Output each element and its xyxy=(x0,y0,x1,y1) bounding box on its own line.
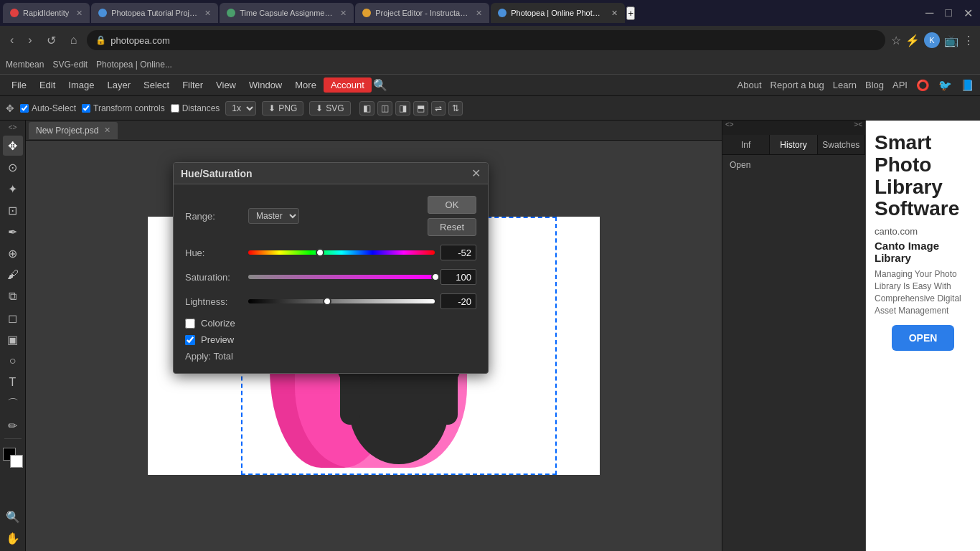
tool-eraser[interactable]: ◻ xyxy=(3,308,23,328)
svg-export-button[interactable]: ⬇ SVG xyxy=(309,101,350,116)
ad-open-button[interactable]: OPEN xyxy=(892,325,955,351)
close-window-button[interactable]: ✕ xyxy=(959,5,977,22)
zoom-select[interactable]: 1x xyxy=(225,101,256,116)
bookmark-button[interactable]: ☆ xyxy=(891,34,901,47)
tab-close-2[interactable]: ✕ xyxy=(204,9,211,18)
tool-hand[interactable]: ✋ xyxy=(3,528,23,548)
hue-slider-thumb[interactable] xyxy=(316,248,324,257)
tool-brush[interactable]: 🖌 xyxy=(3,265,23,285)
settings-button[interactable]: ⋮ xyxy=(963,34,974,47)
menu-view[interactable]: View xyxy=(210,77,242,93)
tool-select[interactable]: ✥ xyxy=(3,136,23,156)
lightness-value[interactable]: -20 xyxy=(440,293,476,309)
toolbar-distances[interactable]: Distances xyxy=(171,103,220,113)
distances-checkbox[interactable] xyxy=(171,104,179,113)
menu-about[interactable]: About xyxy=(738,80,762,90)
extensions-button[interactable]: ⚡ xyxy=(905,34,920,47)
align-top-button[interactable]: ⬒ xyxy=(413,101,428,116)
canvas-tab[interactable]: New Project.psd ✕ xyxy=(29,122,118,139)
tool-eyedropper[interactable]: ✒ xyxy=(3,222,23,242)
hue-slider-container[interactable] xyxy=(248,248,435,258)
range-select[interactable]: Master xyxy=(248,208,299,224)
tab-close-5[interactable]: ✕ xyxy=(611,9,618,18)
preview-checkbox[interactable] xyxy=(185,335,195,345)
lightness-slider-track[interactable] xyxy=(248,299,435,303)
menu-file[interactable]: File xyxy=(6,77,32,93)
right-collapse-left[interactable]: <> xyxy=(725,121,734,135)
lightness-slider-container[interactable] xyxy=(248,296,435,306)
browser-tab-4[interactable]: Project Editor - Instructables ✕ xyxy=(355,3,489,23)
account-avatar[interactable]: K xyxy=(924,32,940,48)
menu-report-bug[interactable]: Report a bug xyxy=(771,80,824,90)
minimize-button[interactable]: ─ xyxy=(921,5,938,22)
history-item-open[interactable]: Open xyxy=(725,158,862,172)
browser-tab-5[interactable]: Photopea | Online Photo Editor ✕ xyxy=(491,3,625,23)
menu-select[interactable]: Select xyxy=(138,77,175,93)
hue-value[interactable]: -52 xyxy=(440,245,476,260)
flip-vertical-button[interactable]: ⇅ xyxy=(448,101,463,116)
cast-button[interactable]: 📺 xyxy=(944,34,958,47)
auto-select-checkbox[interactable] xyxy=(20,104,29,113)
transform-controls-checkbox[interactable] xyxy=(82,104,90,113)
browser-tab-3[interactable]: Time Capsule Assignment - Go... ✕ xyxy=(220,3,354,23)
align-right-button[interactable]: ◨ xyxy=(395,101,410,116)
maximize-button[interactable]: □ xyxy=(941,5,956,22)
ok-button[interactable]: OK xyxy=(428,196,476,214)
saturation-value[interactable]: 100 xyxy=(440,269,476,285)
facebook-icon[interactable]: 📘 xyxy=(961,79,974,92)
tab-swatches[interactable]: Swatches xyxy=(818,135,865,154)
menu-image[interactable]: Image xyxy=(62,77,100,93)
toolbar-transform-controls[interactable]: Transform controls xyxy=(82,103,165,113)
twitter-icon[interactable]: 🐦 xyxy=(938,79,952,92)
tool-text[interactable]: T xyxy=(3,372,23,392)
png-export-button[interactable]: ⬇ PNG xyxy=(262,101,303,116)
menu-more[interactable]: More xyxy=(289,77,322,93)
menu-edit[interactable]: Edit xyxy=(34,77,61,93)
tool-gradient[interactable]: ▣ xyxy=(3,329,23,349)
lightness-slider-thumb[interactable] xyxy=(323,297,331,306)
tool-crop[interactable]: ⊡ xyxy=(3,200,23,220)
saturation-slider-container[interactable] xyxy=(248,272,435,282)
menu-api[interactable]: API xyxy=(892,80,908,90)
tool-path[interactable]: ⌒ xyxy=(3,394,23,414)
panel-collapse-btn[interactable]: <> xyxy=(9,123,17,131)
bookmark-membean[interactable]: Membean xyxy=(6,60,44,70)
tool-pen[interactable]: ✏ xyxy=(3,415,23,435)
canvas-tab-close[interactable]: ✕ xyxy=(104,126,110,135)
search-icon[interactable]: 🔍 xyxy=(373,78,387,92)
hue-slider-track[interactable] xyxy=(248,250,435,255)
reload-button[interactable]: ↺ xyxy=(42,32,60,49)
tool-heal[interactable]: ⊕ xyxy=(3,243,23,263)
back-button[interactable]: ‹ xyxy=(6,32,18,48)
tab-close-4[interactable]: ✕ xyxy=(476,9,482,18)
color-swatch-area[interactable] xyxy=(3,448,23,468)
tab-close-1[interactable]: ✕ xyxy=(76,9,83,18)
menu-window[interactable]: Window xyxy=(243,77,288,93)
right-collapse-right[interactable]: >< xyxy=(854,121,862,135)
reset-button[interactable]: Reset xyxy=(428,218,476,236)
tool-zoom[interactable]: 🔍 xyxy=(3,507,23,527)
menu-layer[interactable]: Layer xyxy=(102,77,137,93)
menu-filter[interactable]: Filter xyxy=(176,77,209,93)
forward-button[interactable]: › xyxy=(24,32,36,48)
browser-tab-2[interactable]: Photopea Tutorial Project ✕ xyxy=(91,3,218,23)
tool-clone[interactable]: ⧉ xyxy=(3,286,23,306)
tool-wand[interactable]: ✦ xyxy=(3,179,23,199)
menu-account[interactable]: Account xyxy=(324,77,372,93)
reddit-icon[interactable]: ⭕ xyxy=(916,79,930,92)
dialog-close-button[interactable]: ✕ xyxy=(471,166,481,180)
tab-close-3[interactable]: ✕ xyxy=(340,9,347,18)
align-left-button[interactable]: ◧ xyxy=(359,101,374,116)
colorize-checkbox[interactable] xyxy=(185,319,195,329)
tool-dodge[interactable]: ○ xyxy=(3,351,23,371)
tab-history[interactable]: History xyxy=(770,135,817,154)
tab-inf[interactable]: Inf xyxy=(722,135,770,154)
tool-lasso[interactable]: ⊙ xyxy=(3,157,23,177)
browser-tab-1[interactable]: RapidIdentity ✕ xyxy=(3,3,90,23)
canvas-content[interactable]: Hue/Saturation ✕ Range: Master OK xyxy=(26,141,722,551)
bookmark-svgedit[interactable]: SVG-edit xyxy=(52,60,88,70)
align-center-button[interactable]: ◫ xyxy=(377,101,392,116)
menu-blog[interactable]: Blog xyxy=(865,80,884,90)
menu-learn[interactable]: Learn xyxy=(833,80,857,90)
saturation-slider-thumb[interactable] xyxy=(431,273,440,281)
